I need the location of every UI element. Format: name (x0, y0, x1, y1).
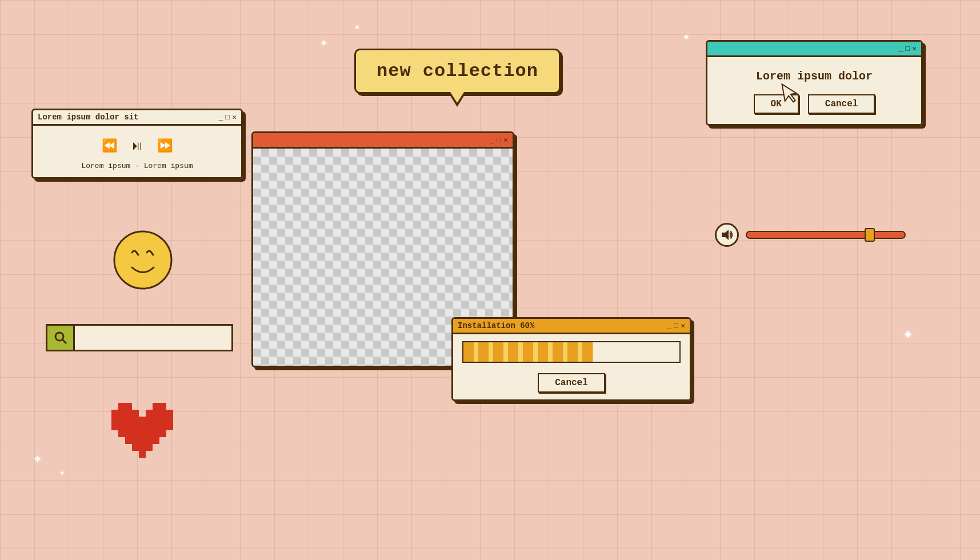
install-title: Installation 60% (458, 321, 534, 330)
main-window-titlebar: _ □ ✕ (253, 133, 513, 149)
cancel-button[interactable]: Cancel (808, 94, 875, 114)
install-window-controls: _ □ ✕ (667, 321, 685, 330)
dialog-window: _ □ ✕ Lorem ipsum dolor OK Cancel (706, 40, 923, 126)
maximize-icon[interactable]: □ (674, 322, 678, 330)
svg-point-4 (114, 231, 171, 289)
volume-track[interactable] (746, 231, 906, 239)
close-icon[interactable]: ✕ (681, 321, 685, 330)
progress-bar-fill (463, 342, 593, 362)
fast-forward-button[interactable]: ⏩ (157, 138, 173, 154)
minimize-icon[interactable]: _ (899, 45, 903, 53)
install-cancel-button[interactable]: Cancel (538, 373, 605, 393)
minimize-icon[interactable]: _ (219, 113, 223, 122)
media-track-label: Lorem ipsum - Lorem ipsum (42, 162, 232, 170)
main-window-controls: _ □ ✕ (490, 135, 508, 145)
minimize-icon[interactable]: _ (667, 322, 672, 330)
minimize-icon[interactable]: _ (490, 136, 495, 145)
window-controls: _ □ ✕ (219, 113, 237, 122)
maximize-icon[interactable]: □ (225, 113, 230, 122)
close-icon[interactable]: ✕ (912, 44, 917, 53)
media-player-title: Lorem ipsum dolor sit (38, 113, 138, 122)
media-player-titlebar: Lorem ipsum dolor sit _ □ ✕ (33, 110, 241, 126)
volume-thumb[interactable] (865, 228, 875, 242)
sparkle-icon: ✦ (320, 37, 327, 50)
sparkle-icon: ✦ (354, 23, 360, 32)
maximize-icon[interactable]: □ (497, 136, 501, 145)
close-icon[interactable]: ✕ (232, 113, 237, 122)
speech-bubble-text: new collection (377, 61, 538, 82)
sparkle-icon: ✦ (903, 326, 913, 343)
rewind-button[interactable]: ⏪ (102, 138, 117, 154)
search-icon (46, 324, 73, 351)
svg-point-2 (55, 333, 63, 341)
volume-icon (715, 223, 739, 247)
install-body: Cancel (453, 334, 690, 399)
svg-marker-0 (782, 82, 798, 103)
pixel-heart (111, 403, 173, 458)
close-icon[interactable]: ✕ (503, 135, 508, 145)
search-bar (46, 324, 233, 351)
play-pause-button[interactable]: ⏯ (131, 138, 143, 154)
dialog-message: Lorem ipsum dolor (721, 70, 907, 83)
svg-line-3 (62, 339, 66, 343)
maximize-icon[interactable]: □ (905, 45, 910, 53)
media-player-window: Lorem ipsum dolor sit _ □ ✕ ⏪ ⏯ ⏩ Lorem … (31, 109, 243, 179)
sparkle-icon: ✦ (59, 469, 65, 478)
dialog-body: Lorem ipsum dolor OK Cancel (707, 57, 921, 124)
sparkle-icon: ✦ (33, 451, 42, 466)
search-input[interactable] (73, 324, 233, 351)
media-player-body: ⏪ ⏯ ⏩ Lorem ipsum - Lorem ipsum (33, 126, 241, 177)
dialog-window-controls: _ □ ✕ (899, 44, 917, 53)
media-controls: ⏪ ⏯ ⏩ (42, 138, 232, 154)
install-window: Installation 60% _ □ ✕ Cancel (451, 317, 691, 401)
dialog-buttons: OK Cancel (721, 94, 907, 114)
speech-bubble: new collection (354, 49, 561, 94)
install-titlebar: Installation 60% _ □ ✕ (453, 319, 690, 334)
volume-slider (715, 223, 906, 247)
sparkle-icon: ✦ (683, 31, 690, 43)
progress-bar-container (462, 341, 681, 363)
cursor-arrow-icon (779, 81, 802, 110)
smiley-face (111, 229, 174, 291)
dialog-titlebar: _ □ ✕ (707, 42, 921, 57)
svg-marker-1 (722, 230, 729, 240)
